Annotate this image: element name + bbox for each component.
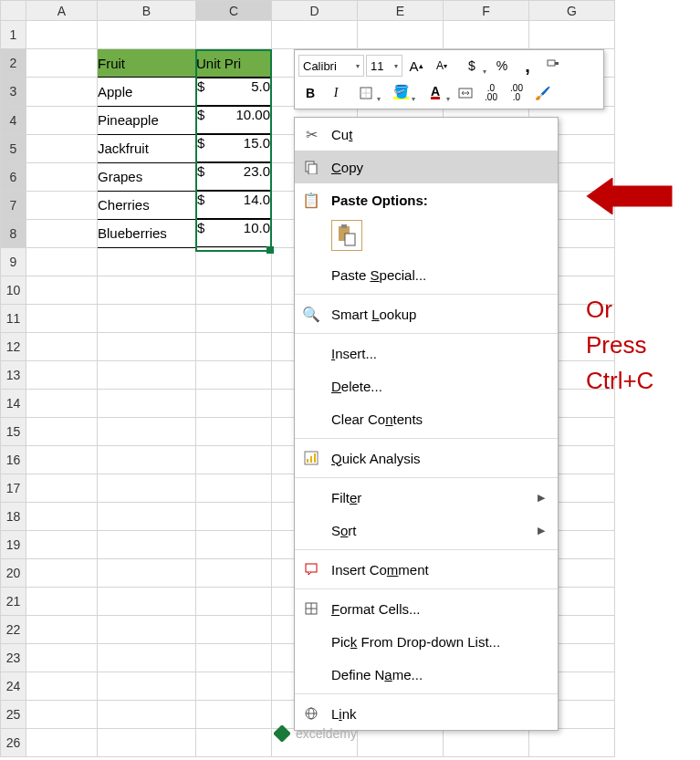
svg-rect-22 (274, 725, 290, 742)
row-header[interactable]: 24 (1, 672, 26, 701)
cell-fruit[interactable]: Grapes (98, 162, 196, 191)
row-header[interactable]: 7 (1, 191, 26, 219)
font-color-icon[interactable]: A (419, 81, 452, 105)
menu-pick-dropdown[interactable]: Pick From Drop-down List... (295, 625, 558, 658)
row-header[interactable]: 25 (1, 701, 26, 729)
col-header-d[interactable]: D (272, 1, 358, 21)
row-header[interactable]: 15 (1, 418, 26, 446)
submenu-arrow-icon: ▶ (538, 492, 550, 504)
cell-fruit[interactable]: Apple (98, 78, 196, 107)
row-header[interactable]: 6 (1, 162, 26, 191)
row-header[interactable]: 20 (1, 559, 26, 588)
context-menu: ✂ Cut Copy 📋 Paste Options: Paste Specia… (294, 117, 559, 731)
menu-sort[interactable]: Sort ▶ (295, 514, 558, 547)
svg-rect-7 (308, 164, 317, 174)
menu-filter[interactable]: Filter ▶ (295, 481, 558, 514)
col-header-b[interactable]: B (98, 1, 196, 21)
menu-clear-contents[interactable]: Clear Contents (295, 402, 558, 435)
col-header-f[interactable]: F (444, 1, 529, 21)
menu-format-cells[interactable]: Format Cells... (295, 592, 558, 625)
watermark: exceldemy (274, 725, 357, 742)
row-header[interactable]: 12 (1, 333, 26, 361)
cell-price[interactable]: $15.0 (196, 134, 271, 162)
row-header[interactable]: 1 (1, 21, 26, 49)
row-header[interactable]: 2 (1, 49, 26, 78)
table-header-fruit[interactable]: Fruit (98, 49, 196, 78)
col-header-c[interactable]: C (196, 1, 272, 21)
select-all-corner[interactable] (1, 1, 26, 21)
font-name-select[interactable]: Calibri▾ (298, 55, 364, 77)
cell-fruit[interactable]: Jackfruit (98, 134, 196, 162)
cell-price[interactable]: $23.0 (196, 162, 271, 191)
menu-insert-comment[interactable]: Insert Comment (295, 553, 558, 586)
quick-analysis-icon (295, 451, 328, 465)
row-header[interactable]: 18 (1, 503, 26, 531)
table-header-price[interactable]: Unit Pri (196, 49, 272, 78)
row-header[interactable]: 16 (1, 446, 26, 474)
link-icon (295, 706, 328, 721)
svg-rect-9 (341, 224, 347, 228)
row-header[interactable]: 19 (1, 531, 26, 559)
menu-define-name[interactable]: Define Name... (295, 658, 558, 691)
menu-delete[interactable]: Delete... (295, 370, 558, 402)
row-header[interactable]: 23 (1, 644, 26, 672)
cell-price[interactable]: $10.0 (196, 219, 271, 247)
percent-format-icon[interactable]: % (490, 54, 514, 78)
comma-format-icon[interactable]: , (516, 54, 539, 78)
decrease-decimal-icon[interactable]: .00.0 (505, 81, 528, 105)
svg-rect-14 (314, 453, 316, 463)
row-header[interactable]: 10 (1, 276, 26, 305)
cell-price[interactable]: $14.0 (196, 191, 271, 219)
menu-smart-lookup[interactable]: 🔍 Smart Lookup (295, 297, 558, 330)
borders-icon[interactable] (350, 81, 382, 105)
row-header[interactable]: 17 (1, 474, 26, 503)
row-header[interactable]: 4 (1, 106, 26, 134)
menu-cut[interactable]: ✂ Cut (295, 118, 558, 151)
font-size-select[interactable]: 11▾ (366, 55, 402, 77)
row-header[interactable]: 22 (1, 616, 26, 644)
merge-center-icon[interactable] (454, 81, 477, 105)
fill-color-icon[interactable]: 🪣 (384, 81, 417, 105)
annotation-arrow-icon (584, 178, 675, 214)
format-cells-icon (295, 602, 328, 615)
cell-fruit[interactable]: Blueberries (98, 219, 196, 248)
decrease-font-icon[interactable]: A▾ (430, 54, 454, 78)
col-header-g[interactable]: G (529, 1, 615, 21)
row-header[interactable]: 5 (1, 134, 26, 162)
submenu-arrow-icon: ▶ (538, 525, 550, 536)
row-header[interactable]: 26 (1, 729, 26, 757)
svg-rect-13 (310, 456, 312, 463)
paste-default-icon[interactable] (331, 220, 362, 251)
scissors-icon: ✂ (295, 126, 328, 143)
increase-font-icon[interactable]: A▴ (404, 54, 428, 78)
col-header-e[interactable]: E (358, 1, 444, 21)
menu-copy[interactable]: Copy (295, 151, 558, 183)
copy-icon (295, 160, 328, 174)
row-header[interactable]: 14 (1, 390, 26, 418)
italic-button[interactable]: I (324, 81, 348, 105)
svg-rect-12 (307, 459, 308, 463)
cell-price[interactable]: $5.0 (196, 78, 271, 106)
cell-price[interactable]: $10.00 (196, 106, 271, 134)
col-header-a[interactable]: A (26, 1, 98, 21)
format-painter-brush-icon[interactable]: 🖌️ (530, 81, 554, 105)
format-painter-icon[interactable] (541, 54, 565, 78)
menu-insert[interactable]: Insert... (295, 337, 558, 370)
menu-paste-special[interactable]: Paste Special... (295, 258, 558, 291)
row-header[interactable]: 8 (1, 219, 26, 248)
menu-quick-analysis[interactable]: Quick Analysis (295, 442, 558, 474)
row-header[interactable]: 11 (1, 305, 26, 333)
svg-rect-1 (555, 62, 559, 65)
currency-format-icon[interactable]: $ (455, 54, 488, 78)
row-header[interactable]: 21 (1, 588, 26, 616)
row-header[interactable]: 13 (1, 361, 26, 390)
search-icon: 🔍 (295, 306, 328, 323)
increase-decimal-icon[interactable]: .0.00 (479, 81, 503, 105)
row-header[interactable]: 9 (1, 248, 26, 276)
bold-button[interactable]: B (298, 81, 322, 105)
cell-fruit[interactable]: Cherries (98, 191, 196, 219)
mini-toolbar: Calibri▾ 11▾ A▴ A▾ $ % , B I 🪣 A .0.00 .… (294, 49, 604, 109)
cell-fruit[interactable]: Pineapple (98, 106, 196, 134)
row-header[interactable]: 3 (1, 78, 26, 107)
paste-options-row (295, 216, 558, 258)
